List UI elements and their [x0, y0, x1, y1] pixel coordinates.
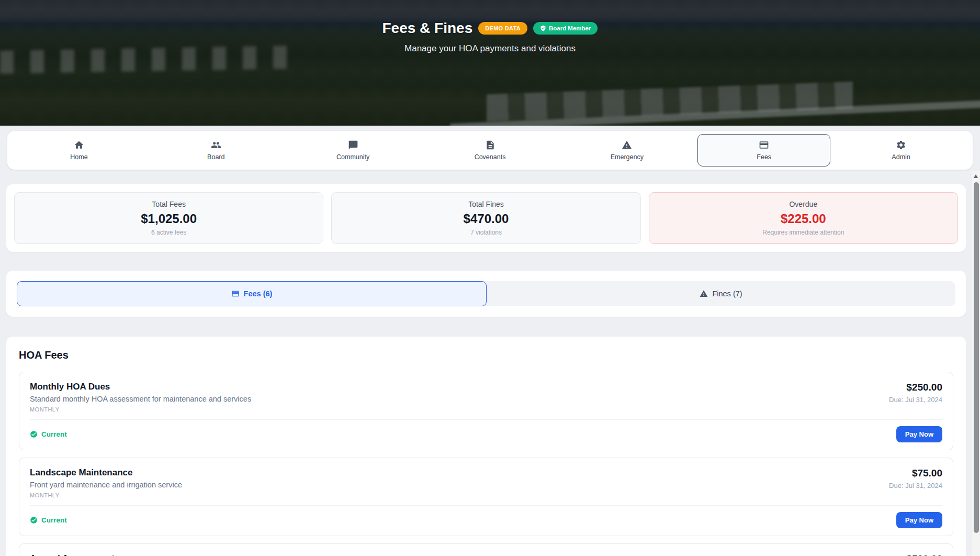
fee-title: Annual Assessment	[30, 553, 115, 556]
nav-item-label: Board	[207, 153, 224, 161]
fee-info: Monthly HOA Dues Standard monthly HOA as…	[30, 382, 251, 413]
hero-content: Fees & Fines DEMO DATA Board Member Mana…	[0, 0, 980, 54]
tab-fines-label: Fines (7)	[712, 290, 742, 298]
fee-frequency: MONTHLY	[30, 406, 251, 413]
board-member-badge: Board Member	[533, 22, 598, 35]
tab-strip: Fees (6) Fines (7)	[17, 281, 955, 306]
fee-card-landscape-maintenance: Landscape Maintenance Front yard mainten…	[19, 458, 953, 536]
nav-item-covenants[interactable]: Covenants	[424, 134, 557, 166]
status-badge: Current	[30, 516, 67, 524]
stat-value: $225.00	[655, 212, 952, 226]
nav-item-label: Fees	[757, 153, 771, 161]
hoa-fees-panel: HOA Fees Monthly HOA Dues Standard month…	[6, 337, 966, 556]
pay-now-button[interactable]: Pay Now	[896, 426, 942, 442]
fee-amount: $75.00	[889, 468, 942, 479]
fee-amount-block: $500.00	[906, 553, 942, 556]
status-label: Current	[41, 430, 67, 438]
nav-item-admin[interactable]: Admin	[835, 134, 967, 166]
fee-title: Monthly HOA Dues	[30, 382, 251, 392]
nav-item-home[interactable]: Home	[13, 134, 145, 166]
fee-amount-block: $250.00 Due: Jul 31, 2024	[889, 382, 942, 404]
fee-amount: $250.00	[889, 382, 942, 393]
document-icon	[485, 140, 495, 150]
nav-item-community[interactable]: Community	[287, 134, 420, 166]
stat-subtext: Requires immediate attention	[655, 229, 952, 236]
check-circle-icon	[30, 516, 38, 524]
fee-info: Annual Assessment	[30, 553, 115, 556]
shield-icon	[540, 25, 546, 31]
fee-frequency: MONTHLY	[30, 492, 182, 498]
pay-now-button[interactable]: Pay Now	[896, 512, 942, 528]
stat-label: Overdue	[655, 200, 952, 208]
nav-item-label: Admin	[892, 153, 910, 161]
scrollbar-up-arrow[interactable]	[974, 174, 978, 178]
nav-item-label: Covenants	[475, 153, 506, 161]
scrollbar-thumb[interactable]	[974, 182, 979, 533]
divider	[30, 419, 942, 420]
page-subtitle: Manage your HOA payments and violations	[0, 43, 980, 54]
stat-subtext: 7 violations	[337, 229, 635, 236]
fee-description: Front yard maintenance and irrigation se…	[30, 481, 182, 489]
demo-data-badge: DEMO DATA	[478, 22, 527, 35]
fee-amount: $500.00	[906, 553, 942, 556]
nav-item-label: Community	[336, 153, 369, 161]
stat-value: $1,025.00	[20, 212, 318, 226]
section-heading: HOA Fees	[19, 349, 953, 361]
stat-card-total-fines: Total Fines $470.00 7 violations	[331, 192, 640, 244]
stat-label: Total Fines	[337, 200, 635, 208]
fee-due-date: Due: Jul 31, 2024	[889, 396, 942, 404]
people-icon	[211, 140, 221, 150]
tab-fines[interactable]: Fines (7)	[487, 281, 955, 306]
fee-title: Landscape Maintenance	[30, 468, 182, 478]
home-icon	[74, 140, 84, 150]
stat-label: Total Fees	[20, 200, 318, 208]
warning-icon	[700, 290, 708, 298]
gear-icon	[896, 140, 906, 150]
page-title: Fees & Fines	[382, 20, 473, 37]
main-navigation: Home Board Community Covenants Emergency…	[7, 131, 973, 170]
credit-card-icon	[231, 290, 240, 298]
check-circle-icon	[30, 430, 38, 438]
hero-banner: Fees & Fines DEMO DATA Board Member Mana…	[0, 0, 980, 126]
stat-card-overdue: Overdue $225.00 Requires immediate atten…	[649, 192, 958, 244]
nav-item-emergency[interactable]: Emergency	[560, 134, 693, 166]
fee-card-monthly-hoa-dues: Monthly HOA Dues Standard monthly HOA as…	[19, 372, 953, 450]
fee-description: Standard monthly HOA assessment for main…	[30, 395, 251, 403]
status-label: Current	[41, 516, 67, 524]
nav-item-board[interactable]: Board	[150, 134, 283, 166]
stat-card-total-fees: Total Fees $1,025.00 6 active fees	[14, 192, 323, 244]
nav-item-label: Emergency	[611, 153, 644, 161]
fee-due-date: Due: Jul 31, 2024	[889, 482, 942, 490]
summary-stats: Total Fees $1,025.00 6 active fees Total…	[6, 184, 966, 252]
fee-card-annual-assessment: Annual Assessment $500.00	[19, 543, 953, 556]
stat-value: $470.00	[337, 212, 635, 226]
tab-fees[interactable]: Fees (6)	[17, 281, 487, 306]
nav-item-fees[interactable]: Fees	[697, 134, 830, 166]
main-content: Total Fees $1,025.00 6 active fees Total…	[6, 184, 966, 556]
tab-fees-label: Fees (6)	[244, 290, 273, 298]
fee-info: Landscape Maintenance Front yard mainten…	[30, 468, 182, 498]
status-badge: Current	[30, 430, 67, 438]
credit-card-icon	[759, 140, 769, 150]
nav-item-label: Home	[70, 153, 87, 161]
warning-icon	[622, 140, 632, 150]
divider	[30, 505, 942, 506]
fee-amount-block: $75.00 Due: Jul 31, 2024	[889, 468, 942, 490]
fees-fines-tabs-panel: Fees (6) Fines (7)	[6, 271, 966, 317]
chat-bubble-icon	[348, 140, 358, 150]
board-member-badge-label: Board Member	[549, 25, 591, 31]
scrollbar[interactable]	[972, 171, 980, 556]
stat-subtext: 6 active fees	[20, 229, 318, 236]
